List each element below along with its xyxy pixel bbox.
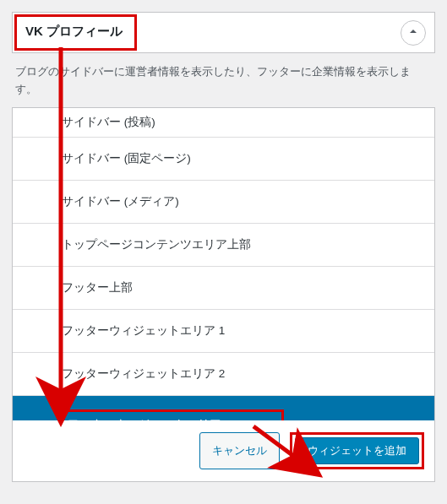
list-item-label: フッターウィジェットエリア 2 (62, 367, 225, 380)
collapse-toggle-button[interactable] (401, 20, 426, 46)
list-item-label: サイドバー (投稿) (62, 116, 155, 128)
add-widget-button[interactable]: ウィジェットを追加 (295, 437, 419, 464)
widget-description: ブログのサイドバーに運営者情報を表示したり、フッターに企業情報を表示します。 (15, 63, 432, 99)
area-list-scroll[interactable]: サイドバー (投稿) サイドバー (固定ページ) サイドバー (メディア) トッ… (13, 108, 434, 420)
selected-highlight-frame: フッターウィジェットエリア 3 (58, 409, 284, 420)
list-item[interactable]: サイドバー (固定ページ) (13, 138, 434, 181)
list-item[interactable]: フッター上部 (13, 267, 434, 310)
list-item-selected[interactable]: フッターウィジェットエリア 3 (13, 396, 434, 420)
list-item[interactable]: サイドバー (投稿) (13, 108, 434, 138)
dialog-footer: キャンセル ウィジェットを追加 (13, 420, 434, 481)
list-item[interactable]: トップページコンテンツエリア上部 (13, 224, 434, 267)
list-item-label: フッターウィジェットエリア 1 (62, 324, 225, 337)
list-item[interactable]: フッターウィジェットエリア 2 (13, 353, 434, 396)
add-highlight-frame: ウィジェットを追加 (290, 432, 424, 469)
widget-header: VK プロフィール (13, 13, 434, 52)
area-list-container: サイドバー (投稿) サイドバー (固定ページ) サイドバー (メディア) トッ… (12, 107, 435, 482)
list-item-label: サイドバー (メディア) (62, 195, 179, 208)
widget-title: VK プロフィール (25, 24, 123, 38)
list-item-label: フッターウィジェットエリア 3 (68, 418, 231, 420)
list-item[interactable]: サイドバー (メディア) (13, 181, 434, 224)
list-item[interactable]: フッターウィジェットエリア 1 (13, 310, 434, 353)
list-item-label: トップページコンテンツエリア上部 (62, 238, 251, 251)
check-icon (35, 417, 55, 420)
title-highlight-frame: VK プロフィール (14, 14, 137, 51)
list-item-label: サイドバー (固定ページ) (62, 152, 191, 165)
list-item-label: フッター上部 (62, 281, 133, 294)
widget-header-box: VK プロフィール (12, 12, 435, 53)
cancel-button[interactable]: キャンセル (199, 432, 280, 469)
chevron-up-icon (408, 26, 418, 39)
